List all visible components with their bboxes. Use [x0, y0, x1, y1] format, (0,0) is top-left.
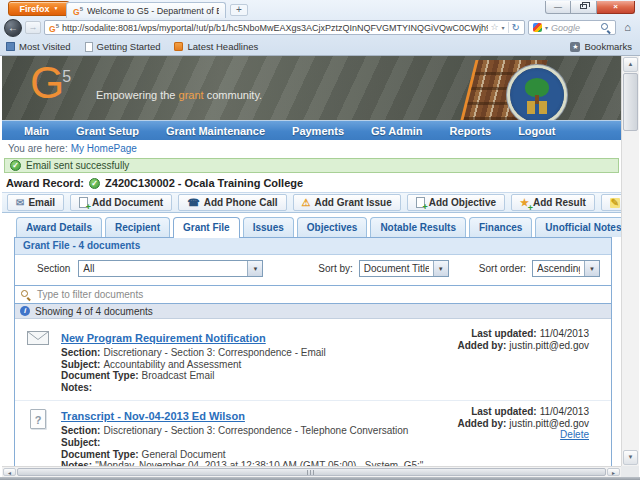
phone-icon: ☎ — [187, 198, 199, 208]
doc-field-subject: Subject:Accountability and Assessment — [61, 359, 433, 371]
tagline: Empowering the grant community. — [96, 89, 262, 101]
bookmark-getting-started[interactable]: Getting Started — [85, 41, 161, 52]
tab-objectives[interactable]: Objectives — [297, 217, 368, 237]
scroll-right-icon[interactable]: ► — [607, 468, 620, 476]
search-input[interactable]: Google — [551, 23, 598, 33]
firefox-menu-button[interactable]: Firefox ▼ — [8, 1, 70, 16]
scroll-up-icon[interactable]: ▲ — [623, 57, 638, 72]
tab-grant-file[interactable]: Grant File — [173, 217, 240, 238]
tab-title: Welcome to G5 - Department of Educati... — [87, 6, 219, 16]
doc-field-notes: Notes: — [61, 382, 433, 394]
navigation-toolbar: ← → G5 http://sodalite:8081/wps/myportal… — [0, 18, 640, 37]
results-info-bar: i Showing 4 of 4 documents — [15, 304, 611, 319]
url-dropdown-icon[interactable]: ▾ — [502, 24, 505, 31]
bookmarks-menu-button[interactable]: ★ Bookmarks — [570, 41, 632, 52]
new-tab-button[interactable]: + — [230, 4, 248, 16]
section-label: Section — [37, 263, 70, 274]
bookmarks-star-icon: ★ — [570, 42, 580, 52]
breadcrumb-home-link[interactable]: My HomePage — [71, 143, 137, 154]
add-grant-issue-button[interactable]: ⚠ Add Grant Issue — [293, 194, 401, 211]
bookmark-most-visited[interactable]: Most Visited — [6, 41, 71, 52]
grant-file-panel: Grant File - 4 documents Section All ▼ S… — [14, 237, 612, 466]
sort-by-select[interactable]: Document Title ▼ — [359, 260, 449, 277]
reload-icon[interactable]: ↻ — [512, 22, 520, 33]
add-result-button[interactable]: ★+ Add Result — [511, 194, 595, 211]
search-icon[interactable] — [601, 23, 611, 33]
add-phone-call-button[interactable]: ☎ Add Phone Call — [178, 194, 286, 211]
tab-issues[interactable]: Issues — [243, 217, 294, 237]
add-document-icon: + — [79, 197, 88, 208]
g5-favicon: G5 — [73, 5, 83, 16]
browser-tab[interactable]: G5 Welcome to G5 - Department of Educati… — [66, 2, 226, 18]
menu-payments[interactable]: Payments — [292, 125, 344, 137]
panel-title: Grant File - 4 documents — [15, 238, 611, 255]
close-button[interactable]: × — [597, 1, 635, 14]
search-engine-icon[interactable] — [533, 23, 542, 32]
vertical-scrollbar[interactable]: ▲ ▼ — [621, 56, 639, 466]
minimize-button[interactable]: — — [545, 1, 571, 14]
breadcrumb: You are here:My HomePage — [2, 140, 621, 157]
menu-logout[interactable]: Logout — [518, 125, 555, 137]
scroll-down-icon[interactable]: ▼ — [623, 450, 638, 465]
tab-award-details[interactable]: Award Details — [16, 217, 102, 237]
doc-field-section: Section:Discretionary - Section 3: Corre… — [61, 425, 433, 437]
award-record-label: Award Record: — [6, 177, 84, 189]
search-box[interactable]: ▾ Google — [528, 20, 616, 35]
browser-chrome: Firefox ▼ G5 Welcome to G5 - Department … — [0, 0, 640, 56]
doc-field-section: Section:Discretionary - Section 3: Corre… — [61, 347, 433, 359]
menu-grant-maintenance[interactable]: Grant Maintenance — [166, 125, 265, 137]
chevron-down-icon: ▼ — [54, 6, 59, 11]
bookmark-star-icon[interactable]: ☆ — [491, 23, 499, 32]
divider — [508, 22, 509, 33]
select-arrow-icon: ▼ — [247, 261, 262, 276]
award-record-row: Award Record: ✓ Z420C130002 - Ocala Trai… — [2, 175, 621, 192]
search-engine-dropdown-icon[interactable]: ▾ — [545, 24, 548, 31]
add-result-icon: ★+ — [520, 198, 529, 208]
menu-reports[interactable]: Reports — [450, 125, 492, 137]
home-button[interactable]: ⌂ — [619, 20, 636, 35]
envelope-icon — [15, 328, 61, 393]
document-title-link[interactable]: Transcript - Nov-04-2013 Ed Wilson — [61, 410, 245, 422]
horizontal-scrollbar[interactable]: ◄ ► — [2, 466, 621, 477]
section-select[interactable]: All ▼ — [78, 260, 263, 277]
doc-field-subject: Subject: — [61, 437, 433, 449]
back-button[interactable]: ← — [4, 19, 22, 37]
document-title-link[interactable]: New Program Requirement Notification — [61, 332, 266, 344]
email-button[interactable]: ✉ Email — [7, 194, 64, 211]
menu-g5-admin[interactable]: G5 Admin — [371, 125, 423, 137]
scrollbar-corner — [621, 466, 639, 477]
email-icon: ✉ — [16, 198, 24, 208]
url-bar[interactable]: G5 http://sodalite:8081/wps/myportal/!ut… — [44, 20, 525, 35]
menu-main[interactable]: Main — [24, 125, 49, 137]
menu-grant-setup[interactable]: Grant Setup — [76, 125, 139, 137]
delete-link[interactable]: Delete — [560, 429, 589, 440]
tab-notable-results[interactable]: Notable Results — [370, 217, 466, 237]
warning-icon: ⚠ — [302, 198, 311, 208]
document-row: ? Transcript - Nov-04-2013 Ed Wilson Sec… — [15, 400, 611, 466]
add-objective-button[interactable]: + Add Objective — [407, 194, 505, 211]
tab-unofficial-notes[interactable]: Unofficial Notes — [535, 217, 621, 237]
unknown-file-icon: ? — [30, 409, 46, 429]
filter-input[interactable]: Type to filter documents — [15, 285, 611, 304]
add-note-icon: ✎ — [610, 198, 620, 208]
vertical-scroll-thumb[interactable] — [623, 73, 638, 131]
tab-finances[interactable]: Finances — [469, 217, 532, 237]
department-of-education-seal — [510, 68, 564, 120]
tab-recipient[interactable]: Recipient — [105, 217, 170, 237]
scroll-left-icon[interactable]: ◄ — [3, 468, 16, 476]
horizontal-scroll-thumb[interactable] — [17, 468, 606, 476]
forward-button[interactable]: → — [25, 21, 41, 34]
info-icon: i — [20, 306, 30, 316]
g5-favicon: G5 — [49, 22, 59, 33]
url-text[interactable]: http://sodalite:8081/wps/myportal/!ut/p/… — [62, 23, 488, 33]
doc-field-type: Document Type:Broadcast Email — [61, 370, 433, 382]
sort-order-select[interactable]: Ascending ▼ — [532, 260, 600, 277]
add-note-button[interactable]: ✎ Add Note — [601, 194, 621, 211]
bookmark-latest-headlines[interactable]: Latest Headlines — [174, 41, 258, 52]
restore-button[interactable] — [571, 1, 597, 14]
select-arrow-icon: ▼ — [433, 261, 448, 276]
add-document-button[interactable]: + Add Document — [70, 194, 172, 211]
sort-controls: Section All ▼ Sort by: Document Title ▼ … — [15, 255, 611, 282]
award-record-value: Z420C130002 - Ocala Training College — [105, 177, 303, 189]
document-meta: Last updated:11/04/2013 Added by:justin.… — [433, 328, 611, 393]
